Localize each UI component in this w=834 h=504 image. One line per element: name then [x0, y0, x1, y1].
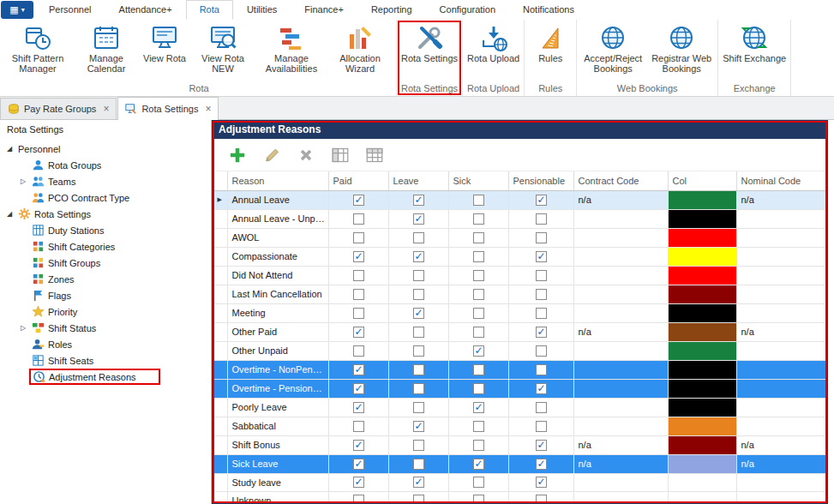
pensionable-checkbox[interactable]	[536, 232, 547, 243]
paid-checkbox[interactable]	[353, 195, 364, 206]
tree-item-priority[interactable]: Priority	[0, 303, 211, 320]
grid-row-other-paid[interactable]: Other Paidn/an/a	[213, 322, 827, 341]
grid-row-annual-leave[interactable]: ▶Annual Leaven/an/a	[213, 190, 827, 209]
manage-calendar-button[interactable]: Manage Calendar	[72, 21, 141, 81]
leave-checkbox[interactable]	[413, 495, 424, 503]
grid-row-sick-leave[interactable]: Sick Leaven/an/a	[213, 454, 827, 473]
leave-checkbox[interactable]	[413, 440, 424, 451]
paid-checkbox[interactable]	[353, 440, 364, 451]
pensionable-checkbox[interactable]	[536, 308, 547, 319]
column-header-leave[interactable]: Leave	[388, 171, 448, 190]
sick-checkbox[interactable]	[473, 402, 484, 413]
rota-upload-button[interactable]: Rota Upload	[465, 21, 522, 81]
grid-row-poorly-leave[interactable]: Poorly Leave	[213, 398, 827, 417]
column-header-sick[interactable]: Sick	[448, 171, 508, 190]
pensionable-checkbox[interactable]	[536, 383, 547, 394]
sick-checkbox[interactable]	[473, 289, 484, 300]
pensionable-checkbox[interactable]	[536, 270, 547, 281]
leave-checkbox[interactable]	[413, 213, 424, 225]
column-header-reason[interactable]: Reason	[227, 171, 328, 190]
sick-checkbox[interactable]	[473, 232, 484, 243]
column-header-contract-code[interactable]: Contract Code	[573, 171, 668, 190]
leave-checkbox[interactable]	[413, 327, 424, 338]
sick-checkbox[interactable]	[473, 495, 484, 503]
menu-tab-rota[interactable]: Rota	[186, 0, 233, 20]
paid-checkbox[interactable]	[353, 270, 364, 281]
edit-button[interactable]	[261, 144, 283, 166]
sick-checkbox[interactable]	[473, 421, 484, 432]
tree-item-adjustment-reasons[interactable]: Adjustment Reasons	[0, 369, 211, 385]
pensionable-checkbox[interactable]	[536, 402, 547, 413]
column-header-paid[interactable]: Paid	[328, 171, 388, 190]
paid-checkbox[interactable]	[353, 383, 364, 394]
grid-row-overtime-nonpen[interactable]: Overtime - NonPen…	[213, 360, 827, 379]
column-header-col[interactable]: Col	[668, 171, 736, 190]
manage-availabilities-button[interactable]: Manage Availabilities	[257, 21, 326, 81]
grid-row-unknown[interactable]: Unknown	[213, 491, 827, 503]
grid-row-meeting[interactable]: Meeting	[213, 303, 827, 322]
sick-checkbox[interactable]	[473, 327, 484, 338]
app-menu-button[interactable]: ▦ ▾	[1, 1, 33, 19]
paid-checkbox[interactable]	[353, 308, 364, 319]
shift-exchange-button[interactable]: Shift Exchange	[720, 21, 789, 81]
grid-row-other-unpaid[interactable]: Other Unpaid	[213, 341, 827, 360]
pensionable-checkbox[interactable]	[536, 364, 547, 375]
paid-checkbox[interactable]	[353, 213, 364, 225]
menu-tab-configuration[interactable]: Configuration	[426, 0, 509, 20]
sick-checkbox[interactable]	[473, 477, 484, 488]
pensionable-checkbox[interactable]	[536, 440, 547, 451]
column-header-pensionable[interactable]: Pensionable	[508, 171, 573, 190]
grid-row-sabbatical[interactable]: Sabbatical	[213, 417, 827, 435]
menu-tab-personnel[interactable]: Personnel	[35, 0, 105, 20]
pensionable-checkbox[interactable]	[536, 195, 547, 206]
tree-item-shift-groups[interactable]: Shift Groups	[0, 255, 211, 271]
view-rota-button[interactable]: View Rota	[141, 21, 189, 81]
doc-tab-pay-rate-groups[interactable]: Pay Rate Groups×	[0, 98, 117, 119]
menu-tab-attendance[interactable]: Attendance+	[105, 0, 186, 20]
sick-checkbox[interactable]	[473, 270, 484, 281]
grid-row-last-min-cancellation[interactable]: Last Min Cancellation	[213, 285, 827, 303]
pensionable-checkbox[interactable]	[536, 477, 547, 488]
allocation-wizard-button[interactable]: Allocation Wizard	[326, 21, 394, 81]
menu-tab-finance[interactable]: Finance+	[291, 0, 357, 20]
view-rota-new-button[interactable]: View Rota NEW	[189, 21, 257, 81]
sick-checkbox[interactable]	[473, 251, 484, 262]
expand-icon[interactable]: ▷	[17, 325, 29, 332]
sick-checkbox[interactable]	[473, 459, 484, 470]
leave-checkbox[interactable]	[413, 402, 424, 413]
rules-button[interactable]: Rules	[526, 21, 574, 81]
grid-row-compassionate[interactable]: Compassionate	[213, 247, 827, 266]
menu-tab-notifications[interactable]: Notifications	[509, 0, 588, 20]
leave-checkbox[interactable]	[413, 364, 424, 375]
pensionable-checkbox[interactable]	[536, 421, 547, 432]
paid-checkbox[interactable]	[353, 459, 364, 470]
sick-checkbox[interactable]	[473, 345, 484, 357]
leave-checkbox[interactable]	[413, 459, 424, 470]
leave-checkbox[interactable]	[413, 232, 424, 243]
leave-checkbox[interactable]	[413, 195, 424, 206]
grid-row-overtime-pension[interactable]: Overtime - Pension…	[213, 379, 827, 398]
grid-row-study-leave[interactable]: Study leave	[213, 473, 827, 491]
leave-checkbox[interactable]	[413, 308, 424, 319]
grid-row-did-not-attend[interactable]: Did Not Attend	[213, 266, 827, 285]
registrar-web-bookings-button[interactable]: Registrar Web Bookings	[647, 21, 716, 81]
paid-checkbox[interactable]	[353, 232, 364, 243]
paid-checkbox[interactable]	[353, 495, 364, 503]
pensionable-checkbox[interactable]	[536, 213, 547, 225]
sick-checkbox[interactable]	[473, 364, 484, 375]
pensionable-checkbox[interactable]	[536, 289, 547, 300]
rota-settings-button[interactable]: Rota Settings	[399, 21, 460, 81]
leave-checkbox[interactable]	[413, 289, 424, 300]
paid-checkbox[interactable]	[353, 289, 364, 300]
collapse-icon[interactable]: ◢	[3, 211, 15, 218]
tree-item-shift-categories[interactable]: Shift Categories	[0, 238, 211, 255]
tree-item-rota-groups[interactable]: Rota Groups	[0, 157, 211, 173]
tree-item-duty-stations[interactable]: Duty Stations	[0, 222, 211, 238]
paid-checkbox[interactable]	[353, 364, 364, 375]
leave-checkbox[interactable]	[413, 383, 424, 394]
tree-item-personnel[interactable]: ◢Personnel	[0, 141, 211, 157]
paid-checkbox[interactable]	[353, 327, 364, 338]
tree-item-pco-contract-type[interactable]: PCO Contract Type	[0, 189, 211, 206]
paid-checkbox[interactable]	[353, 345, 364, 357]
leave-checkbox[interactable]	[413, 251, 424, 262]
